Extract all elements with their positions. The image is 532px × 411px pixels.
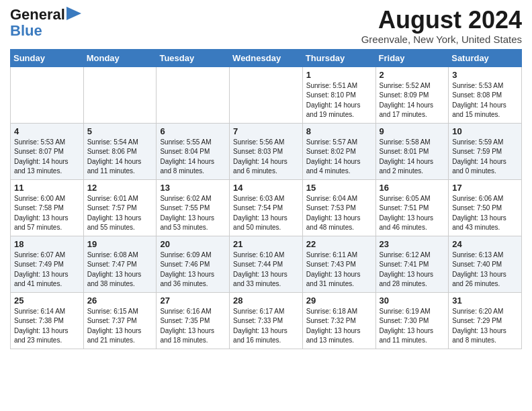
day-info: Sunrise: 5:58 AM Sunset: 8:01 PM Dayligh… bbox=[380, 138, 445, 177]
day-info: Sunrise: 6:05 AM Sunset: 7:51 PM Dayligh… bbox=[380, 194, 445, 233]
day-number: 27 bbox=[160, 295, 226, 306]
day-number: 8 bbox=[306, 126, 372, 136]
calendar-cell: 8Sunrise: 5:57 AM Sunset: 8:02 PM Daylig… bbox=[302, 123, 375, 179]
day-info: Sunrise: 6:02 AM Sunset: 7:55 PM Dayligh… bbox=[160, 194, 226, 233]
day-number: 3 bbox=[452, 70, 518, 80]
day-number: 19 bbox=[87, 239, 153, 249]
logo-general: General bbox=[10, 7, 65, 23]
location-subtitle: Greenvale, New York, United States bbox=[361, 34, 522, 45]
calendar-cell: 3Sunrise: 5:53 AM Sunset: 8:08 PM Daylig… bbox=[449, 66, 522, 123]
calendar-cell: 21Sunrise: 6:10 AM Sunset: 7:44 PM Dayli… bbox=[230, 236, 303, 292]
day-number: 20 bbox=[160, 239, 226, 249]
day-info: Sunrise: 6:10 AM Sunset: 7:44 PM Dayligh… bbox=[233, 250, 299, 289]
day-info: Sunrise: 6:20 AM Sunset: 7:29 PM Dayligh… bbox=[452, 307, 518, 346]
day-info: Sunrise: 5:54 AM Sunset: 8:06 PM Dayligh… bbox=[87, 138, 153, 177]
calendar-cell: 23Sunrise: 6:12 AM Sunset: 7:41 PM Dayli… bbox=[375, 236, 449, 292]
day-info: Sunrise: 6:17 AM Sunset: 7:33 PM Dayligh… bbox=[233, 307, 299, 346]
day-info: Sunrise: 6:04 AM Sunset: 7:53 PM Dayligh… bbox=[306, 194, 372, 233]
calendar-week-row: 11Sunrise: 6:00 AM Sunset: 7:58 PM Dayli… bbox=[11, 179, 522, 236]
day-info: Sunrise: 6:13 AM Sunset: 7:40 PM Dayligh… bbox=[452, 250, 518, 289]
day-info: Sunrise: 5:52 AM Sunset: 8:09 PM Dayligh… bbox=[380, 81, 445, 120]
calendar-cell: 22Sunrise: 6:11 AM Sunset: 7:43 PM Dayli… bbox=[302, 236, 375, 292]
logo: General Blue bbox=[10, 7, 81, 39]
day-info: Sunrise: 5:53 AM Sunset: 8:08 PM Dayligh… bbox=[452, 81, 518, 120]
day-number: 29 bbox=[306, 295, 372, 306]
day-number: 6 bbox=[160, 126, 226, 136]
calendar-cell: 31Sunrise: 6:20 AM Sunset: 7:29 PM Dayli… bbox=[449, 292, 522, 349]
weekday-header-row: SundayMondayTuesdayWednesdayThursdayFrid… bbox=[11, 49, 522, 66]
calendar-cell: 18Sunrise: 6:07 AM Sunset: 7:49 PM Dayli… bbox=[11, 236, 84, 292]
day-info: Sunrise: 6:19 AM Sunset: 7:30 PM Dayligh… bbox=[380, 307, 445, 346]
weekday-header-thursday: Thursday bbox=[302, 49, 375, 66]
day-info: Sunrise: 6:12 AM Sunset: 7:41 PM Dayligh… bbox=[380, 250, 445, 289]
day-number: 25 bbox=[14, 295, 80, 306]
day-number: 16 bbox=[380, 183, 445, 193]
day-info: Sunrise: 6:16 AM Sunset: 7:35 PM Dayligh… bbox=[160, 307, 226, 346]
day-info: Sunrise: 5:55 AM Sunset: 8:04 PM Dayligh… bbox=[160, 138, 226, 177]
calendar-cell: 29Sunrise: 6:18 AM Sunset: 7:32 PM Dayli… bbox=[302, 292, 375, 349]
calendar-cell bbox=[83, 66, 157, 123]
weekday-header-friday: Friday bbox=[375, 49, 449, 66]
calendar-cell: 30Sunrise: 6:19 AM Sunset: 7:30 PM Dayli… bbox=[375, 292, 449, 349]
calendar-cell: 26Sunrise: 6:15 AM Sunset: 7:37 PM Dayli… bbox=[83, 292, 157, 349]
calendar-week-row: 1Sunrise: 5:51 AM Sunset: 8:10 PM Daylig… bbox=[11, 66, 522, 123]
calendar-week-row: 25Sunrise: 6:14 AM Sunset: 7:38 PM Dayli… bbox=[11, 292, 522, 349]
calendar-cell bbox=[157, 66, 230, 123]
weekday-header-monday: Monday bbox=[83, 49, 157, 66]
day-info: Sunrise: 5:53 AM Sunset: 8:07 PM Dayligh… bbox=[14, 138, 80, 177]
day-number: 23 bbox=[380, 239, 445, 249]
day-number: 28 bbox=[233, 295, 299, 306]
day-number: 5 bbox=[87, 126, 153, 136]
month-year-title: August 2024 bbox=[361, 7, 522, 34]
day-info: Sunrise: 5:57 AM Sunset: 8:02 PM Dayligh… bbox=[306, 138, 372, 177]
calendar-cell: 12Sunrise: 6:01 AM Sunset: 7:57 PM Dayli… bbox=[83, 179, 157, 236]
calendar-cell: 2Sunrise: 5:52 AM Sunset: 8:09 PM Daylig… bbox=[375, 66, 449, 123]
day-number: 24 bbox=[452, 239, 518, 249]
weekday-header-wednesday: Wednesday bbox=[230, 49, 303, 66]
day-info: Sunrise: 6:09 AM Sunset: 7:46 PM Dayligh… bbox=[160, 250, 226, 289]
calendar-cell: 10Sunrise: 5:59 AM Sunset: 7:59 PM Dayli… bbox=[449, 123, 522, 179]
calendar-cell bbox=[230, 66, 303, 123]
day-number: 17 bbox=[452, 183, 518, 193]
logo-arrow-icon bbox=[66, 7, 81, 20]
calendar-cell: 5Sunrise: 5:54 AM Sunset: 8:06 PM Daylig… bbox=[83, 123, 157, 179]
day-info: Sunrise: 5:56 AM Sunset: 8:03 PM Dayligh… bbox=[233, 138, 299, 177]
calendar-cell: 27Sunrise: 6:16 AM Sunset: 7:35 PM Dayli… bbox=[157, 292, 230, 349]
day-number: 10 bbox=[452, 126, 518, 136]
calendar-cell: 28Sunrise: 6:17 AM Sunset: 7:33 PM Dayli… bbox=[230, 292, 303, 349]
day-info: Sunrise: 6:01 AM Sunset: 7:57 PM Dayligh… bbox=[87, 194, 153, 233]
calendar-week-row: 18Sunrise: 6:07 AM Sunset: 7:49 PM Dayli… bbox=[11, 236, 522, 292]
calendar-cell: 13Sunrise: 6:02 AM Sunset: 7:55 PM Dayli… bbox=[157, 179, 230, 236]
calendar-cell bbox=[11, 66, 84, 123]
day-number: 1 bbox=[306, 70, 372, 80]
logo-blue: Blue bbox=[10, 23, 81, 39]
calendar-cell: 17Sunrise: 6:06 AM Sunset: 7:50 PM Dayli… bbox=[449, 179, 522, 236]
day-number: 2 bbox=[380, 70, 445, 80]
day-number: 13 bbox=[160, 183, 226, 193]
svg-marker-0 bbox=[66, 7, 81, 20]
day-number: 21 bbox=[233, 239, 299, 249]
day-number: 4 bbox=[14, 126, 80, 136]
calendar-cell: 1Sunrise: 5:51 AM Sunset: 8:10 PM Daylig… bbox=[302, 66, 375, 123]
calendar-cell: 7Sunrise: 5:56 AM Sunset: 8:03 PM Daylig… bbox=[230, 123, 303, 179]
day-number: 11 bbox=[14, 183, 80, 193]
day-number: 14 bbox=[233, 183, 299, 193]
weekday-header-sunday: Sunday bbox=[11, 49, 84, 66]
day-info: Sunrise: 6:06 AM Sunset: 7:50 PM Dayligh… bbox=[452, 194, 518, 233]
day-number: 15 bbox=[306, 183, 372, 193]
calendar-cell: 15Sunrise: 6:04 AM Sunset: 7:53 PM Dayli… bbox=[302, 179, 375, 236]
day-info: Sunrise: 6:18 AM Sunset: 7:32 PM Dayligh… bbox=[306, 307, 372, 346]
page-header: General Blue August 2024 Greenvale, New … bbox=[10, 7, 522, 45]
weekday-header-saturday: Saturday bbox=[449, 49, 522, 66]
calendar-cell: 20Sunrise: 6:09 AM Sunset: 7:46 PM Dayli… bbox=[157, 236, 230, 292]
day-number: 30 bbox=[380, 295, 445, 306]
calendar-cell: 14Sunrise: 6:03 AM Sunset: 7:54 PM Dayli… bbox=[230, 179, 303, 236]
day-info: Sunrise: 6:07 AM Sunset: 7:49 PM Dayligh… bbox=[14, 250, 80, 289]
calendar-cell: 19Sunrise: 6:08 AM Sunset: 7:47 PM Dayli… bbox=[83, 236, 157, 292]
day-info: Sunrise: 6:11 AM Sunset: 7:43 PM Dayligh… bbox=[306, 250, 372, 289]
day-info: Sunrise: 6:14 AM Sunset: 7:38 PM Dayligh… bbox=[14, 307, 80, 346]
day-number: 22 bbox=[306, 239, 372, 249]
calendar-cell: 25Sunrise: 6:14 AM Sunset: 7:38 PM Dayli… bbox=[11, 292, 84, 349]
calendar-cell: 6Sunrise: 5:55 AM Sunset: 8:04 PM Daylig… bbox=[157, 123, 230, 179]
day-info: Sunrise: 6:03 AM Sunset: 7:54 PM Dayligh… bbox=[233, 194, 299, 233]
